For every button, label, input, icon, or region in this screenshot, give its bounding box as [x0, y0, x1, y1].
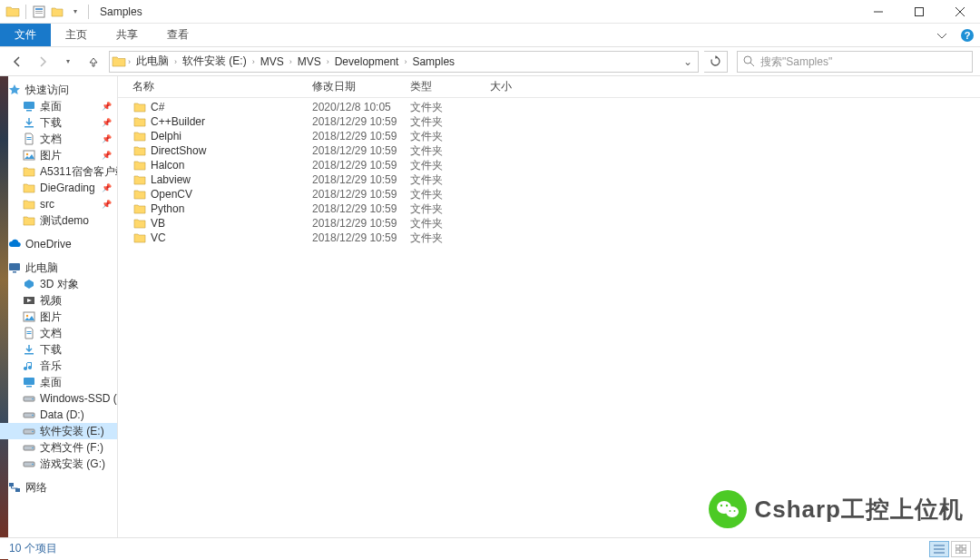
- file-row[interactable]: OpenCV2018/12/29 10:59文件夹: [118, 187, 980, 201]
- qat-dropdown-icon[interactable]: ▾: [68, 5, 83, 19]
- file-name: OpenCV: [151, 188, 192, 201]
- svg-rect-14: [24, 126, 34, 128]
- file-row[interactable]: Labview2018/12/29 10:59文件夹: [118, 172, 980, 187]
- file-date: 2018/12/29 10:59: [307, 217, 405, 230]
- col-name[interactable]: 名称: [127, 79, 307, 94]
- pictures-icon: [22, 148, 36, 162]
- tree-item[interactable]: 音乐: [0, 358, 117, 374]
- view-icons-button[interactable]: [951, 541, 971, 557]
- qat-properties-icon[interactable]: [32, 5, 46, 19]
- close-button[interactable]: [939, 0, 980, 24]
- file-row[interactable]: VC2018/12/29 10:59文件夹: [118, 231, 980, 245]
- nav-up-button[interactable]: [83, 52, 103, 72]
- tree-this-pc[interactable]: 此电脑: [0, 260, 117, 276]
- file-row[interactable]: VB2018/12/29 10:59文件夹: [118, 216, 980, 231]
- breadcrumb-sep[interactable]: ›: [126, 57, 132, 66]
- tab-view[interactable]: 查看: [152, 24, 203, 46]
- tree-item[interactable]: 文档: [0, 325, 117, 341]
- search-icon: [743, 55, 755, 67]
- tree-item[interactable]: 下载: [0, 341, 117, 358]
- tab-home[interactable]: 主页: [51, 24, 102, 46]
- tree-item[interactable]: 3D 对象: [0, 276, 117, 292]
- folder-icon: [22, 213, 36, 228]
- svg-rect-39: [9, 483, 14, 486]
- nav-forward-button[interactable]: [33, 52, 53, 72]
- svg-rect-15: [27, 137, 32, 138]
- tree-label: 测试demo: [40, 213, 89, 229]
- tree-item[interactable]: 游戏安装 (G:): [0, 456, 117, 472]
- file-type: 文件夹: [405, 158, 485, 173]
- svg-rect-46: [956, 550, 960, 554]
- pin-icon: 📌: [102, 200, 117, 209]
- help-button[interactable]: ?: [955, 24, 980, 46]
- file-row[interactable]: C++Builder2018/12/29 10:59文件夹: [118, 114, 980, 129]
- tree-item[interactable]: Windows-SSD (C:): [0, 390, 117, 407]
- tree-item[interactable]: 图片: [0, 309, 117, 325]
- file-row[interactable]: Halcon2018/12/29 10:59文件夹: [118, 158, 980, 172]
- tree-item[interactable]: Data (D:): [0, 407, 117, 423]
- search-box[interactable]: [737, 51, 973, 73]
- tree-item[interactable]: src📌: [0, 196, 117, 212]
- drive-icon: [22, 424, 36, 438]
- tree-item[interactable]: A5311宿舍客户端📌: [0, 163, 117, 180]
- search-input[interactable]: [760, 55, 966, 68]
- tree-item[interactable]: 软件安装 (E:): [0, 423, 117, 439]
- desktop-icon: [22, 375, 36, 389]
- file-type: 文件夹: [405, 100, 485, 115]
- breadcrumb-item[interactable]: Development: [331, 52, 403, 72]
- ribbon-expand-button[interactable]: [929, 24, 955, 46]
- breadcrumb-item[interactable]: MVS: [294, 52, 325, 72]
- svg-rect-5: [915, 7, 923, 15]
- qat-newfolder-icon[interactable]: [50, 5, 64, 19]
- tree-item[interactable]: 测试demo: [0, 212, 117, 229]
- svg-point-18: [26, 153, 28, 155]
- tab-file[interactable]: 文件: [0, 24, 51, 46]
- tree-item[interactable]: 下载📌: [0, 114, 117, 131]
- tree-item[interactable]: 图片📌: [0, 147, 117, 163]
- folder-icon: [132, 172, 147, 187]
- breadcrumb-item[interactable]: MVS: [257, 52, 288, 72]
- nav-back-button[interactable]: [7, 52, 27, 72]
- svg-rect-47: [962, 550, 966, 554]
- file-row[interactable]: Delphi2018/12/29 10:59文件夹: [118, 129, 980, 143]
- tree-label: 图片: [40, 148, 62, 163]
- col-size[interactable]: 大小: [485, 79, 557, 94]
- folder-icon: [22, 181, 36, 195]
- tree-item[interactable]: 文档文件 (F:): [0, 439, 117, 456]
- tree-item[interactable]: DieGrading📌: [0, 180, 117, 196]
- svg-rect-45: [962, 545, 966, 548]
- column-headers: 名称 修改日期 类型 大小: [118, 76, 980, 98]
- address-bar[interactable]: › 此电脑› 软件安装 (E:)› MVS› MVS› Development›…: [109, 51, 699, 73]
- tree-onedrive[interactable]: OneDrive: [0, 236, 117, 252]
- file-type: 文件夹: [405, 172, 485, 188]
- tree-quick-access[interactable]: 快速访问: [0, 82, 117, 98]
- tree-item[interactable]: 桌面: [0, 374, 117, 390]
- file-date: 2018/12/29 10:59: [307, 173, 405, 186]
- tree-label: A5311宿舍客户端: [40, 164, 118, 180]
- refresh-button[interactable]: [704, 51, 728, 73]
- music-icon: [22, 359, 36, 373]
- file-list[interactable]: C#2020/12/8 10:05文件夹C++Builder2018/12/29…: [118, 98, 980, 537]
- folder-icon: [132, 143, 147, 158]
- navigation-tree[interactable]: 快速访问 桌面📌下载📌文档📌图片📌A5311宿舍客户端📌DieGrading📌s…: [0, 76, 118, 537]
- maximize-button[interactable]: [898, 0, 939, 24]
- tree-item[interactable]: 视频: [0, 292, 117, 309]
- tree-item[interactable]: 文档📌: [0, 131, 117, 147]
- tab-share[interactable]: 共享: [102, 24, 152, 46]
- file-row[interactable]: C#2020/12/8 10:05文件夹: [118, 100, 980, 114]
- nav-recent-button[interactable]: ▾: [58, 52, 78, 72]
- file-row[interactable]: Python2018/12/29 10:59文件夹: [118, 201, 980, 216]
- breadcrumb-item[interactable]: 软件安装 (E:): [179, 52, 250, 72]
- breadcrumb-item[interactable]: Samples: [408, 52, 458, 72]
- minimize-button[interactable]: [858, 0, 898, 24]
- tree-network[interactable]: 网络: [0, 479, 117, 496]
- drive-icon: [22, 408, 36, 422]
- file-row[interactable]: DirectShow2018/12/29 10:59文件夹: [118, 143, 980, 158]
- star-icon: [7, 83, 22, 97]
- breadcrumb-item[interactable]: 此电脑: [132, 52, 172, 72]
- address-dropdown-button[interactable]: ⌄: [680, 55, 696, 68]
- col-date[interactable]: 修改日期: [307, 79, 405, 94]
- view-details-button[interactable]: [929, 541, 949, 557]
- col-type[interactable]: 类型: [405, 79, 485, 94]
- tree-item[interactable]: 桌面📌: [0, 98, 117, 114]
